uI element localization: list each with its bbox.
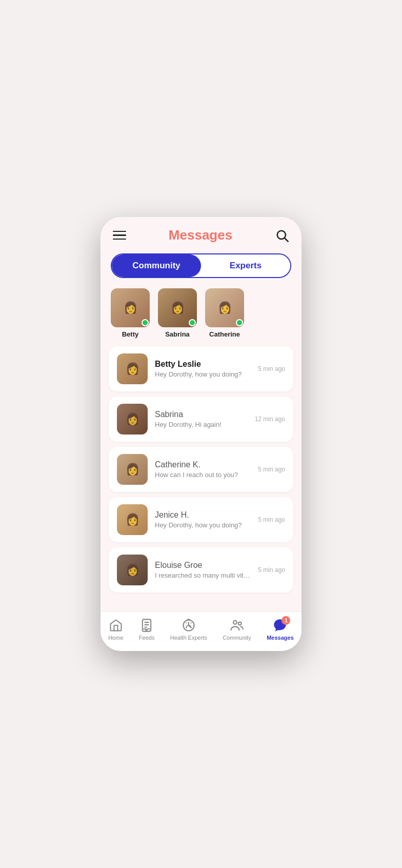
svg-point-7 bbox=[238, 622, 242, 625]
msg-content-betty-leslie: Betty Leslie Hey Dorothy, how you doing? bbox=[155, 360, 251, 378]
nav-item-home[interactable]: Home bbox=[108, 618, 123, 641]
message-card-jenice-h[interactable]: 👩 Jenice H. Hey Dorothy, how you doing? … bbox=[109, 497, 293, 542]
msg-preview-elouise-groe: I researched so many multi vitamin for m… bbox=[155, 571, 251, 579]
home-icon bbox=[109, 618, 123, 633]
phone-frame: Messages Community Experts 👩 Betty 👩 bbox=[100, 217, 302, 651]
nav-label-feeds: Feeds bbox=[139, 635, 155, 641]
msg-preview-sabrina: Hey Dorothy, Hi again! bbox=[155, 421, 248, 428]
msg-name-jenice-h: Jenice H. bbox=[155, 510, 251, 520]
story-avatar-wrap-betty: 👩 bbox=[111, 288, 150, 327]
msg-preview-jenice-h: Hey Dorothy, how you doing? bbox=[155, 521, 251, 529]
story-sabrina[interactable]: 👩 Sabrina bbox=[158, 288, 197, 338]
msg-preview-catherine-k: How can I reach out to you? bbox=[155, 471, 251, 479]
msg-time-betty-leslie: 5 min ago bbox=[258, 365, 285, 372]
nav-item-messages[interactable]: 1 Messages bbox=[267, 618, 294, 641]
msg-preview-betty-leslie: Hey Dorothy, how you doing? bbox=[155, 370, 251, 378]
story-avatar-wrap-catherine: 👩 bbox=[205, 288, 244, 327]
msg-name-betty-leslie: Betty Leslie bbox=[155, 360, 251, 369]
story-name-catherine: Catherine bbox=[209, 330, 240, 338]
nav-label-community: Community bbox=[223, 635, 251, 641]
msg-name-sabrina: Sabrina bbox=[155, 410, 248, 419]
msg-content-catherine-k: Catherine K. How can I reach out to you? bbox=[155, 460, 251, 479]
nav-label-health-experts: Health Experts bbox=[170, 635, 207, 641]
message-card-elouise-groe[interactable]: 👩 Elouise Groe I researched so many mult… bbox=[109, 547, 293, 593]
msg-content-jenice-h: Jenice H. Hey Dorothy, how you doing? bbox=[155, 510, 251, 529]
msg-name-catherine-k: Catherine K. bbox=[155, 460, 251, 469]
msg-content-sabrina: Sabrina Hey Dorothy, Hi again! bbox=[155, 410, 248, 428]
nav-item-feeds[interactable]: Feeds bbox=[139, 618, 155, 641]
avatar-jenice-h: 👩 bbox=[117, 504, 148, 535]
msg-content-elouise-groe: Elouise Groe I researched so many multi … bbox=[155, 561, 251, 579]
story-avatar-wrap-sabrina: 👩 bbox=[158, 288, 197, 327]
svg-point-6 bbox=[233, 621, 237, 624]
msg-time-sabrina: 12 min ago bbox=[255, 416, 285, 423]
message-card-catherine-k[interactable]: 👩 Catherine K. How can I reach out to yo… bbox=[109, 447, 293, 492]
nav-item-health-experts[interactable]: Health Experts bbox=[170, 618, 207, 641]
tab-community[interactable]: Community bbox=[112, 254, 201, 277]
story-name-betty: Betty bbox=[122, 330, 139, 338]
message-list: 👩 Betty Leslie Hey Dorothy, how you doin… bbox=[100, 344, 302, 611]
story-name-sabrina: Sabrina bbox=[165, 330, 190, 338]
search-icon[interactable] bbox=[275, 228, 289, 243]
message-card-sabrina[interactable]: 👩 Sabrina Hey Dorothy, Hi again! 12 min … bbox=[109, 397, 293, 442]
online-indicator-sabrina bbox=[189, 319, 196, 326]
tab-toggle: Community Experts bbox=[111, 253, 291, 278]
bottom-nav: Home Feeds Health Experts bbox=[100, 611, 302, 651]
avatar-betty-leslie: 👩 bbox=[117, 353, 148, 384]
messages-badge: 1 bbox=[282, 616, 290, 625]
avatar-catherine-k: 👩 bbox=[117, 454, 148, 485]
health-experts-icon bbox=[182, 618, 196, 633]
avatar-elouise-groe: 👩 bbox=[117, 555, 148, 585]
online-indicator-betty bbox=[142, 319, 149, 326]
story-catherine[interactable]: 👩 Catherine bbox=[205, 288, 244, 338]
hamburger-icon[interactable] bbox=[113, 231, 126, 240]
stories-row: 👩 Betty 👩 Sabrina 👩 Ca bbox=[100, 286, 302, 344]
header: Messages bbox=[100, 217, 302, 249]
msg-time-jenice-h: 5 min ago bbox=[258, 516, 285, 523]
msg-time-elouise-groe: 5 min ago bbox=[258, 566, 285, 574]
msg-time-catherine-k: 5 min ago bbox=[258, 466, 285, 473]
page-title: Messages bbox=[169, 227, 232, 243]
message-card-betty-leslie[interactable]: 👩 Betty Leslie Hey Dorothy, how you doin… bbox=[109, 346, 293, 391]
story-betty[interactable]: 👩 Betty bbox=[111, 288, 150, 338]
nav-item-community[interactable]: Community bbox=[223, 618, 251, 641]
msg-name-elouise-groe: Elouise Groe bbox=[155, 561, 251, 570]
tab-experts[interactable]: Experts bbox=[201, 254, 290, 277]
nav-label-messages: Messages bbox=[267, 635, 294, 641]
svg-line-1 bbox=[285, 238, 288, 241]
nav-label-home: Home bbox=[108, 635, 123, 641]
feeds-icon bbox=[139, 618, 154, 633]
avatar-sabrina: 👩 bbox=[117, 404, 148, 435]
online-indicator-catherine bbox=[236, 319, 243, 326]
community-icon bbox=[230, 618, 244, 633]
